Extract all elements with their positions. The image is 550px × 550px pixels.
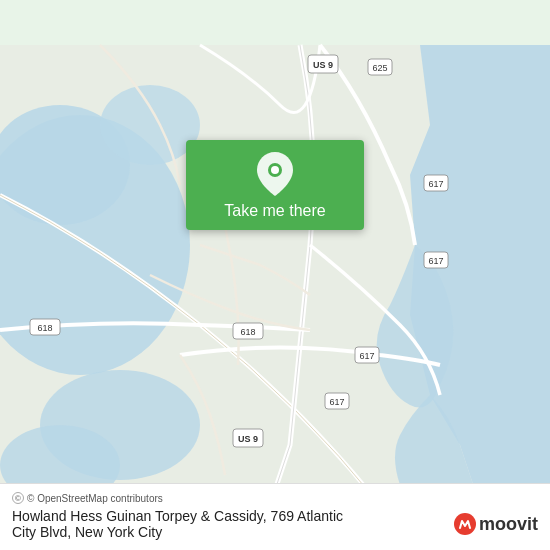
address-line1: Howland Hess Guinan Torpey & Cassidy, 76… <box>12 508 343 524</box>
info-bar: © © OpenStreetMap contributors Howland H… <box>0 483 550 550</box>
attribution: © © OpenStreetMap contributors <box>12 492 538 504</box>
location-pin-icon <box>257 152 293 199</box>
map-svg: US 9 625 617 617 618 618 617 617 US 9 <box>0 0 550 550</box>
svg-text:618: 618 <box>37 323 52 333</box>
take-me-there-button[interactable]: Take me there <box>186 140 364 230</box>
take-me-there-label: Take me there <box>224 202 325 220</box>
osm-icon: © <box>12 492 24 504</box>
svg-text:617: 617 <box>359 351 374 361</box>
moovit-icon <box>454 513 476 535</box>
svg-point-25 <box>271 166 279 174</box>
address-text: Howland Hess Guinan Torpey & Cassidy, 76… <box>12 508 343 540</box>
svg-text:US 9: US 9 <box>313 60 333 70</box>
map-container: US 9 625 617 617 618 618 617 617 US 9 <box>0 0 550 550</box>
attribution-text: © OpenStreetMap contributors <box>27 493 163 504</box>
moovit-logo: moovit <box>454 513 538 535</box>
svg-point-3 <box>100 85 200 165</box>
svg-text:625: 625 <box>372 63 387 73</box>
address-container: Howland Hess Guinan Torpey & Cassidy, 76… <box>12 508 538 540</box>
address-line2: City Blvd, New York City <box>12 524 162 540</box>
moovit-text: moovit <box>479 514 538 535</box>
svg-text:617: 617 <box>329 397 344 407</box>
svg-text:US 9: US 9 <box>238 434 258 444</box>
svg-text:617: 617 <box>428 256 443 266</box>
svg-text:617: 617 <box>428 179 443 189</box>
svg-text:618: 618 <box>240 327 255 337</box>
